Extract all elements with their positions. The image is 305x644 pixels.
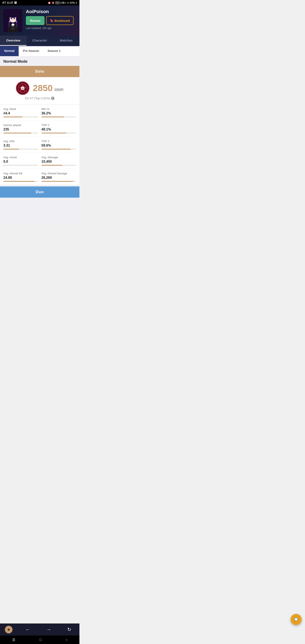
stat-top2-bar xyxy=(42,132,76,134)
svg-point-4 xyxy=(9,21,10,22)
renew-button[interactable]: Renew xyxy=(26,16,44,25)
season-tab-preseason[interactable]: Pre Season xyxy=(19,46,43,56)
stat-avg-animal-damage-bar xyxy=(42,181,76,182)
system-home-button[interactable]: □ xyxy=(40,638,42,642)
system-menu-button[interactable]: ☰ xyxy=(12,638,15,642)
bookmark-button[interactable]: 🔖 Bookmark xyxy=(46,16,73,25)
season-tab-season1[interactable]: Season 1 xyxy=(44,46,65,56)
season-tab-normal[interactable]: Normal xyxy=(0,46,19,56)
stat-avg-damage: Avg. Damage 10,450 xyxy=(42,156,76,166)
bookmark-icon: 🔖 xyxy=(50,19,54,22)
stat-avg-rank: Avg. Rank #4.4 xyxy=(4,108,38,117)
duo-banner: Duo xyxy=(0,186,80,198)
svg-point-10 xyxy=(12,18,12,18)
svg-text:✦: ✦ xyxy=(22,87,24,90)
stat-avg-animal-kill-value: 24.89 xyxy=(4,176,38,180)
svg-point-5 xyxy=(16,21,17,22)
stat-avg-damage-value: 10,450 xyxy=(42,160,76,164)
status-bar: KT 11:27 🖼 ⏰ 🔇 HD LTE+ ▪▪▪ 57% 1 xyxy=(0,0,80,6)
stat-games-played-label: Games played xyxy=(4,124,38,127)
stat-avg-animal-kill-bar xyxy=(4,181,38,182)
svg-point-11 xyxy=(14,18,15,18)
stat-games-played: Games played 235 xyxy=(4,124,38,134)
solo-banner: Solo xyxy=(0,66,80,77)
stat-avg-rank-value: #4.4 xyxy=(4,112,38,115)
tab-overview[interactable]: Overview xyxy=(0,36,26,46)
stat-top2: TOP 2 48.1% xyxy=(42,124,76,134)
stat-top3-label: TOP 3 xyxy=(42,140,76,143)
stat-top2-label: TOP 2 xyxy=(42,124,76,127)
profile-info: AoiPoison Renew 🔖 Bookmark Last Updated:… xyxy=(26,9,76,30)
mmr-row: ✦ 2850 MMR xyxy=(16,81,64,95)
bookmark-label: Bookmark xyxy=(54,19,70,22)
stat-avg-rank-bar-fill xyxy=(4,116,22,117)
stat-avg-animal-damage-label: Avg. Animal Damage xyxy=(42,172,76,175)
mmr-rank: EU #7 (Top 0.02%) ? xyxy=(25,96,54,100)
help-icon[interactable]: ? xyxy=(51,96,54,100)
time: 11:27 xyxy=(7,1,13,4)
alarm-icon: ⏰ xyxy=(48,2,51,4)
stat-win-pct-bar xyxy=(42,116,76,117)
battery: 57% xyxy=(70,2,75,4)
lte-icon: LTE+ xyxy=(60,2,66,4)
main-content: Normal Mode Solo ✦ 2850 MMR EU #7 (Top 0… xyxy=(0,56,80,225)
stat-top3-value: 59.6% xyxy=(42,144,76,148)
stat-win-pct-bar-fill xyxy=(42,116,64,117)
refresh-button[interactable]: ↻ xyxy=(64,626,74,633)
hd-icon: HD xyxy=(56,1,60,4)
stat-top2-bar-fill xyxy=(42,132,66,134)
stat-row-3: Avg. Kills 3.31 TOP 3 59.6% xyxy=(4,137,76,153)
stat-avg-rank-bar xyxy=(4,116,38,117)
stat-top3: TOP 3 59.6% xyxy=(42,140,76,150)
stat-avg-assist-label: Avg. Assist xyxy=(4,156,38,159)
stat-avg-assist-value: 0.0 xyxy=(4,160,38,164)
stat-avg-assist-bar xyxy=(4,165,38,166)
stat-row-5: Avg. Animal Kill 24.89 Avg. Animal Damag… xyxy=(4,169,76,185)
profile-header: 卍 AoiPoison Renew 🔖 Bookmark Last Update… xyxy=(0,6,80,36)
mmr-unit: MMR xyxy=(54,88,64,92)
stat-avg-kills-bar xyxy=(4,149,38,150)
stat-top2-value: 48.1% xyxy=(42,128,76,131)
signal-bars: ▪▪▪ xyxy=(67,2,69,4)
rank-badge-icon: ✦ xyxy=(17,83,28,94)
stat-games-played-bar-fill xyxy=(4,132,31,134)
stat-win-pct: Win % 36.2% xyxy=(42,108,76,117)
app-logo[interactable]: ⊕ xyxy=(5,626,12,634)
stat-avg-assist: Avg. Assist 0.0 xyxy=(4,156,38,166)
stat-avg-damage-bar-fill xyxy=(42,165,62,166)
character-avatar-svg: 卍 xyxy=(4,9,22,32)
mmr-badge: ✦ xyxy=(16,81,30,95)
svg-text:卍: 卍 xyxy=(12,27,14,29)
stat-top3-bar-fill xyxy=(42,149,71,150)
profile-buttons: Renew 🔖 Bookmark xyxy=(26,16,76,25)
stat-row-1: Avg. Rank #4.4 Win % 36.2% xyxy=(4,104,76,120)
last-updated: Last Updated: 16h ago xyxy=(26,27,76,30)
stat-avg-damage-bar xyxy=(42,165,76,166)
stat-top3-bar xyxy=(42,149,76,150)
stat-row-2: Games played 235 TOP 2 48.1% xyxy=(4,120,76,137)
system-back-button[interactable]: ‹ xyxy=(66,638,67,642)
forward-button[interactable]: → xyxy=(43,626,54,633)
stat-row-4: Avg. Assist 0.0 Avg. Damage 10,450 xyxy=(4,153,76,169)
stat-avg-animal-damage-bar-fill xyxy=(42,181,73,182)
mmr-number: 2850 xyxy=(33,83,52,93)
mmr-section: ✦ 2850 MMR EU #7 (Top 0.02%) ? xyxy=(0,77,80,104)
stat-avg-kills-bar-fill xyxy=(4,149,19,150)
bottom-nav: ⊕ ← → ↻ xyxy=(0,624,80,636)
stat-avg-animal-damage-value: 26,269 xyxy=(42,176,76,180)
tab-character[interactable]: Character xyxy=(26,36,53,46)
stat-win-pct-value: 36.2% xyxy=(42,112,76,115)
status-bar-right: ⏰ 🔇 HD LTE+ ▪▪▪ 57% 1 xyxy=(48,1,77,4)
tab-matches[interactable]: Matches xyxy=(53,36,80,46)
profile-name: AoiPoison xyxy=(26,9,76,14)
stat-avg-animal-kill-label: Avg. Animal Kill xyxy=(4,172,38,175)
status-bar-left: KT 11:27 🖼 xyxy=(2,1,17,4)
gallery-icon: 🖼 xyxy=(14,1,17,4)
notification-icon: 1 xyxy=(76,2,77,4)
back-button[interactable]: ← xyxy=(22,626,34,633)
stat-avg-animal-kill: Avg. Animal Kill 24.89 xyxy=(4,172,38,182)
tab-navigation: Overview Character Matches xyxy=(0,36,80,46)
system-nav: ☰ □ ‹ xyxy=(0,636,80,644)
svg-point-8 xyxy=(11,18,12,19)
mmr-value-group: 2850 MMR xyxy=(33,83,64,93)
